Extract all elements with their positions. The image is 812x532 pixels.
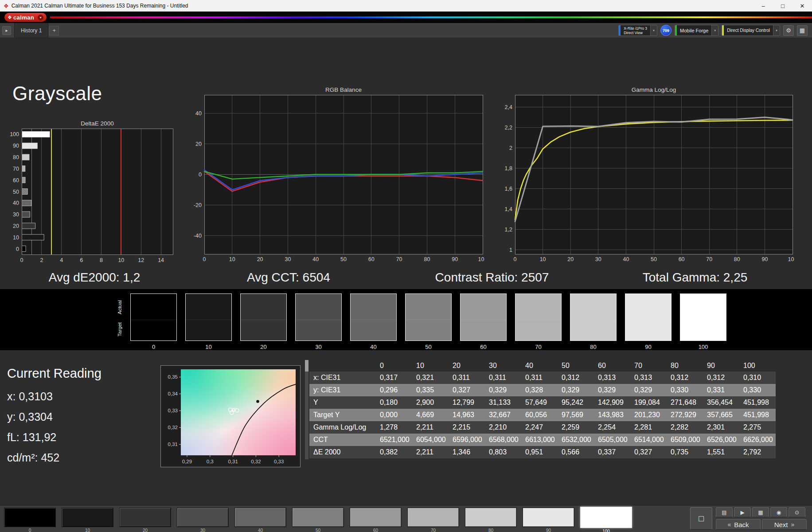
table-cell: 6526,000 [703,434,739,446]
table-cell: 0,312 [703,372,739,384]
panel-toggle-button[interactable]: ▸ [2,26,11,35]
table-cell: 2,282 [667,421,703,434]
chevron-down-icon: ▾ [711,25,718,35]
patch-level-label: 80 [465,528,517,532]
meter-dropdown[interactable]: X-Rite i1Pro 3 Direct View ▾ [618,25,657,36]
patch-swatch[interactable] [523,508,574,527]
patch-swatch[interactable] [407,508,459,527]
table-cell: 0,951 [521,446,558,458]
current-reading-title: Current Reading [7,366,102,381]
patch-level-label: 60 [350,528,402,532]
level-select-patch[interactable]: 30 [177,508,229,532]
patch-swatch[interactable] [465,508,517,527]
logo-bar: ❖ calman ▼ [0,12,812,23]
patch-swatch[interactable] [580,507,632,528]
patch-swatch [295,293,342,341]
tab-history-1[interactable]: History 1 [14,23,48,38]
add-tab-button[interactable]: + [49,26,59,35]
row-label: CCT [309,434,376,446]
level-select-patch[interactable]: 100 [580,508,632,532]
level-select-patch[interactable]: 60 [350,508,402,532]
row-label: x: CIE31 [309,372,376,384]
current-reading-values: x: 0,3103 y: 0,3304 fL: 131,92 cd/m²: 45… [7,386,59,468]
table-cell: 2,792 [739,446,776,458]
power-button[interactable]: ⊙ [789,507,805,517]
grayscale-patch: 100 [680,293,726,350]
table-row: Gamma Log/Log1,2782,2112,2152,2102,2472,… [309,421,776,434]
brand-menu-caret-icon: ▼ [38,15,43,20]
level-select-patch[interactable]: 40 [234,508,286,532]
level-select-patch[interactable]: 80 [465,508,517,532]
pattern-window-button[interactable]: □ [690,507,712,530]
table-cell: 0,566 [558,446,594,458]
charts-area: Grayscale DeltaE 20000246810121410090807… [0,38,812,289]
table-cell: 0,312 [667,372,703,384]
pattern-source-button[interactable]: ▤ [716,507,733,517]
minimize-button[interactable]: – [753,0,773,12]
patch-swatch[interactable] [292,508,344,527]
source-dropdown[interactable]: Mobile Forge ▾ [675,25,718,36]
table-cell: 60,056 [521,409,558,421]
layout-button[interactable]: ▦ [797,25,808,36]
calman-brand-button[interactable]: ❖ calman ▼ [4,13,47,22]
settings-button[interactable]: ⚙ [783,25,794,36]
patch-swatch[interactable] [62,508,113,527]
level-select-patch[interactable]: 10 [62,508,113,532]
scrollbar-thumb[interactable] [305,360,308,372]
patch-swatch[interactable] [119,508,171,527]
level-select-patch[interactable]: 0 [4,508,56,532]
table-cell: 142,909 [594,396,630,409]
svg-text:90: 90 [761,256,768,262]
svg-text:2,4: 2,4 [505,104,512,110]
display-control-dropdown[interactable]: Direct Display Control ▾ [722,25,780,36]
run-button[interactable]: ▶ [734,507,751,517]
table-cell: 4,669 [412,409,449,421]
table-cell: 0,331 [703,384,739,396]
read-button[interactable]: ◉ [770,507,787,517]
table-scrollbar[interactable] [305,360,308,459]
table-row: Y0,1802,90012,79931,13357,64995,242142,9… [309,396,776,409]
table-cell: 0,321 [412,372,449,384]
patch-level-label: 20 [240,344,287,350]
table-cell: 0,312 [558,372,594,384]
patch-swatch[interactable] [350,508,402,527]
total-gamma-stat: Total Gamma: 2,25 [643,270,748,285]
svg-text:1: 1 [509,247,512,253]
pattern-icon: ▤ [722,509,726,516]
level-select-patch[interactable]: 50 [292,508,344,532]
table-cell: 0,329 [594,384,630,396]
level-select-patch[interactable]: 90 [523,508,574,532]
column-header: 50 [558,360,594,372]
maximize-button[interactable]: □ [773,0,792,12]
close-button[interactable]: ✕ [792,0,812,12]
page-title: Grayscale [12,82,102,105]
table-cell: 6613,000 [521,434,558,446]
table-cell: 0,337 [594,446,630,458]
colorspace-badge[interactable]: 709 [660,25,671,36]
next-button[interactable]: Next» [762,519,807,530]
svg-text:14: 14 [158,257,164,263]
levels-button[interactable]: ▦ [752,507,769,517]
deltae-2000-chart: DeltaE 200002468101214100908070605040302… [4,119,179,266]
cie-diagram: 0,350,340,330,320,310,290,30,310,320,33 [160,365,301,467]
table-cell: 0,330 [667,384,703,396]
table-cell: 0,803 [485,446,521,458]
table-cell: 57,649 [521,396,558,409]
table-cell: 32,667 [485,409,521,421]
svg-text:10: 10 [118,257,124,263]
patch-swatch[interactable] [234,508,286,527]
back-button[interactable]: «Back [716,519,761,530]
svg-text:-40: -40 [194,233,202,239]
svg-text:0,33: 0,33 [168,408,178,413]
patch-swatch[interactable] [4,508,56,527]
svg-text:0: 0 [203,256,206,262]
patch-swatch[interactable] [177,508,229,527]
power-icon: ⊙ [795,509,799,516]
table-cell: 0,000 [376,409,412,421]
level-select-patch[interactable]: 20 [119,508,171,532]
patch-swatch [680,293,726,341]
svg-text:0,31: 0,31 [228,459,238,464]
svg-text:0: 0 [199,172,202,178]
level-select-patch[interactable]: 70 [407,508,459,532]
transport-buttons: ▤ ▶ ▦ ◉ ⊙ «Back Next» [716,507,807,530]
